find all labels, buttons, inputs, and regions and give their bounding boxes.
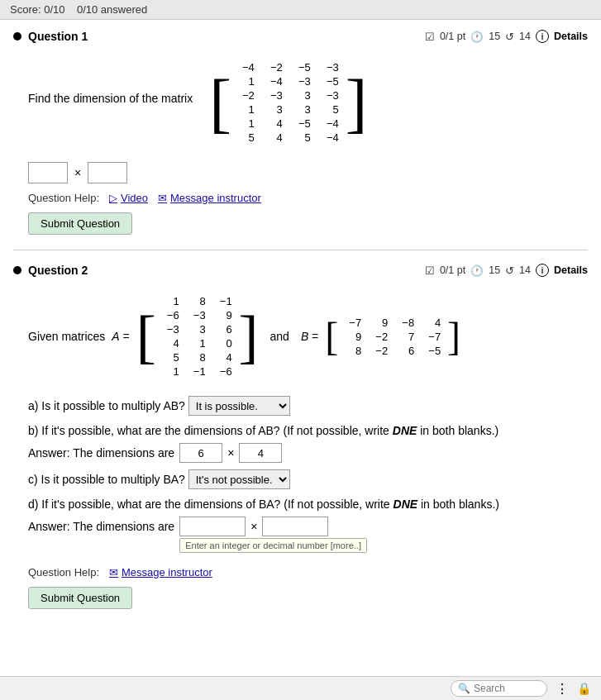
q2-matrix-a-label: A = — [112, 330, 129, 343]
q2-sub-a-text: a) Is it possible to multiply AB? — [28, 399, 185, 412]
question-2-body: Given matrices A = [ 18−1 −6−39 −336 410… — [13, 285, 588, 609]
q2-help-label: Question Help: — [28, 566, 99, 579]
question-1-title: Question 1 — [13, 30, 88, 43]
q2-clock-icon: 🕐 — [470, 264, 484, 277]
checkbox-icon: ☑ — [425, 31, 435, 43]
score-bar: Score: 0/10 0/10 answered — [0, 0, 601, 20]
q2-matrix-b-left: [ — [325, 317, 338, 356]
q2-info-icon: i — [536, 264, 549, 277]
q2-sub-b: b) If it's possible, what are the dimens… — [28, 422, 588, 440]
play-icon: ▷ — [109, 192, 117, 204]
q2-sub-c-text: c) Is it possible to multiply BA? — [28, 473, 185, 486]
q1-body-text: Find the dimension of the matrix — [28, 92, 193, 105]
dne-1: DNE — [393, 424, 417, 437]
question-1-bullet — [13, 32, 21, 40]
q2-matrix-a-right: ] — [239, 307, 259, 366]
dots-icon[interactable]: ⋮ — [556, 681, 569, 697]
q2-sub-d-separator: × — [250, 520, 257, 533]
dne-2: DNE — [394, 498, 418, 511]
question-1-block: Question 1 ☑ 0/1 pt 🕐 15 ↺ 14 i Details … — [13, 30, 588, 235]
q1-dim-input-2[interactable] — [88, 162, 127, 183]
question-2-meta: ☑ 0/1 pt 🕐 15 ↺ 14 i Details — [425, 264, 588, 277]
question-2-bullet — [13, 266, 21, 274]
q1-help-label: Question Help: — [28, 192, 99, 204]
q1-clock: 15 — [489, 31, 500, 42]
q2-refresh-icon: ↺ — [505, 264, 514, 277]
q2-sub-c: c) Is it possible to multiply BA? It is … — [28, 469, 588, 489]
question-2-header: Question 2 ☑ 0/1 pt 🕐 15 ↺ 14 i Details — [13, 264, 588, 277]
q2-clock: 15 — [489, 264, 500, 276]
q1-matrix-grid: −4−2−5−3 1−4−3−5 −2−33−3 1335 14−5−4 545… — [235, 58, 342, 147]
q1-refresh: 14 — [519, 31, 531, 42]
q1-help-row: Question Help: ▷ Video ✉ Message instruc… — [28, 192, 588, 204]
q2-matrix-a: [ 18−1 −6−39 −336 410 584 1−1−6 ] — [136, 292, 259, 381]
q2-sub-d-text: d) If it's possible, what are the dimens… — [28, 498, 499, 511]
question-1-label: Question 1 — [28, 30, 88, 43]
q2-matrix-b-label: B = — [301, 330, 318, 343]
q2-pts: 0/1 pt — [440, 264, 465, 276]
q2-sub-d: d) If it's possible, what are the dimens… — [28, 496, 588, 513]
q1-matrix: [ −4−2−5−3 1−4−3−5 −2−33−3 1335 14−5−4 5… — [209, 58, 367, 147]
q2-message-link[interactable]: ✉ Message instructor — [109, 566, 212, 579]
q2-sub-d-answer: Answer: The dimensions are Enter an inte… — [28, 517, 588, 536]
q2-tooltip: Enter an integer or decimal number [more… — [179, 538, 367, 553]
q2-sub-a-dropdown[interactable]: It is possible. It's not possible. — [188, 396, 290, 416]
q2-sub-b-input-1[interactable] — [179, 443, 222, 463]
question-1-header: Question 1 ☑ 0/1 pt 🕐 15 ↺ 14 i Details — [13, 30, 588, 43]
q2-sub-b-separator: × — [227, 446, 234, 460]
q2-sub-c-dropdown[interactable]: It is possible. It's not possible. — [188, 469, 290, 489]
q1-matrix-bracket-left: [ — [209, 69, 231, 136]
q2-envelope-icon: ✉ — [109, 566, 118, 579]
q2-and-text: and — [270, 330, 289, 343]
q1-pts: 0/1 pt — [440, 31, 465, 42]
q2-help-row: Question Help: ✉ Message instructor — [28, 566, 588, 579]
q2-sub-d-input-2[interactable] — [262, 517, 328, 536]
info-icon: i — [536, 30, 549, 43]
q2-sub-b-answer: Answer: The dimensions are × — [28, 443, 588, 463]
question-2-title: Question 2 — [13, 264, 88, 277]
q2-matrix-a-grid: 18−1 −6−39 −336 410 584 1−1−6 — [160, 292, 236, 381]
q2-matrix-a-left: [ — [136, 307, 156, 366]
q1-dimension-row: × — [28, 162, 588, 183]
envelope-icon: ✉ — [158, 192, 167, 204]
q2-matrix-b: [ −79−84 9−27−7 8−26−5 ] — [325, 313, 460, 360]
answered-text: 0/10 answered — [77, 3, 147, 16]
q2-checkbox-icon: ☑ — [425, 264, 435, 277]
question-1-meta: ☑ 0/1 pt 🕐 15 ↺ 14 i Details — [425, 30, 588, 43]
search-icon: 🔍 — [458, 683, 470, 694]
q2-matrix-b-right: ] — [447, 317, 460, 356]
q2-sub-b-text: b) If it's possible, what are the dimens… — [28, 424, 498, 437]
question-2-block: Question 2 ☑ 0/1 pt 🕐 15 ↺ 14 i Details … — [13, 264, 588, 609]
q2-matrices-section: Given matrices A = [ 18−1 −6−39 −336 410… — [28, 285, 588, 388]
q1-matrix-bracket-right: ] — [346, 69, 368, 136]
bottom-bar: 🔍 ⋮ 🔒 — [0, 676, 601, 700]
question-2-label: Question 2 — [28, 264, 88, 277]
clock-icon: 🕐 — [470, 31, 484, 43]
q2-given-text: Given matrices — [28, 330, 105, 343]
search-bar: 🔍 — [451, 680, 547, 697]
q2-sub-a: a) Is it possible to multiply AB? It is … — [28, 396, 588, 416]
q1-dim-input-1[interactable] — [28, 162, 68, 183]
q2-refresh: 14 — [519, 264, 531, 276]
q2-sub-d-input-1[interactable] — [179, 517, 246, 536]
q1-message-link[interactable]: ✉ Message instructor — [158, 192, 261, 204]
question-1-body: Find the dimension of the matrix [ −4−2−… — [13, 51, 588, 235]
score-text: Score: 0/10 — [10, 3, 65, 16]
q1-video-link[interactable]: ▷ Video — [109, 192, 148, 204]
q2-matrix-b-grid: −79−84 9−27−7 8−26−5 — [341, 313, 444, 360]
search-input[interactable] — [474, 683, 540, 694]
q1-submit-button[interactable]: Submit Question — [28, 212, 132, 235]
lock-icon: 🔒 — [577, 682, 591, 695]
q2-sub-b-answer-label: Answer: The dimensions are — [28, 446, 174, 460]
q2-sub-b-input-2[interactable] — [239, 443, 282, 463]
q1-details-link[interactable]: Details — [554, 31, 588, 42]
q2-details-link[interactable]: Details — [554, 264, 588, 276]
q2-submit-button[interactable]: Submit Question — [28, 587, 132, 609]
q2-sub-d-answer-label: Answer: The dimensions are — [28, 520, 174, 533]
q1-dim-separator: × — [74, 166, 81, 179]
refresh-icon: ↺ — [505, 31, 514, 43]
